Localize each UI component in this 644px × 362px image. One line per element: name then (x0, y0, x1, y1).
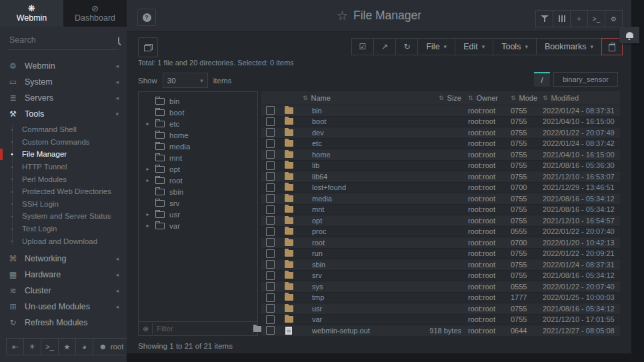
file-name[interactable]: opt (299, 217, 403, 225)
table-row-lib[interactable]: libroot:root07552021/08/16 - 05:36:30 (261, 161, 620, 172)
file-name[interactable]: var (299, 315, 403, 323)
file-name[interactable]: webmin-setup.out (299, 327, 403, 335)
sort-icon[interactable]: ⇅ (303, 95, 308, 101)
row-checkbox[interactable] (266, 106, 275, 115)
breadcrumb-current[interactable]: binary_sensor (553, 72, 618, 87)
file-name[interactable]: root (299, 239, 403, 247)
sidebar-item-http-tunnel[interactable]: ◦HTTP Tunnel (0, 161, 127, 173)
file-name[interactable]: srv (299, 271, 403, 279)
file-name[interactable]: bin (299, 107, 403, 115)
row-checkbox[interactable] (266, 150, 275, 159)
file-name[interactable]: sys (299, 283, 403, 291)
file-name[interactable]: etc (299, 139, 403, 147)
file-name[interactable]: lost+found (299, 183, 403, 191)
table-row-media[interactable]: mediaroot:root07552021/08/16 - 05:34:12 (261, 193, 620, 205)
row-checkbox[interactable] (266, 216, 275, 225)
row-checkbox[interactable] (266, 304, 275, 313)
row-checkbox[interactable] (266, 315, 275, 324)
table-row-lib64[interactable]: lib64root:root07552021/12/10 - 16:53:07 (261, 171, 620, 183)
table-row-var[interactable]: varroot:root07552021/12/10 - 17:01:55 (261, 315, 620, 326)
file-name[interactable]: sbin (299, 261, 403, 269)
tree-filter-input[interactable] (152, 323, 253, 334)
tree-expand-icon[interactable]: ▸ (145, 211, 151, 217)
row-checkbox[interactable] (266, 227, 275, 236)
tree-item-boot[interactable]: boot (139, 107, 257, 118)
file-name[interactable]: dev (299, 129, 403, 137)
row-checkbox[interactable] (266, 238, 275, 247)
sidebar-item-system-and-server-status[interactable]: ◦System and Server Status (0, 210, 127, 223)
tree-expand-icon[interactable]: ▸ (145, 177, 151, 183)
open-in-new-button[interactable]: ↗ (373, 38, 396, 55)
row-checkbox[interactable] (266, 161, 275, 170)
tree-item-bin[interactable]: bin (139, 95, 257, 107)
file-name[interactable]: lib64 (299, 173, 403, 181)
sidebar-item-system[interactable]: ▭System◂ (0, 74, 127, 90)
table-row-etc[interactable]: etcroot:root07552022/01/24 - 08:37:42 (261, 139, 620, 150)
file-name[interactable]: home (299, 151, 403, 159)
sidebar-item-protected-web-directories[interactable]: ◦Protected Web Directories (0, 185, 127, 198)
file-name[interactable]: usr (299, 305, 403, 313)
menu-edit[interactable]: Edit▾ (455, 38, 493, 55)
notifications-tab[interactable] (619, 27, 639, 43)
row-checkbox[interactable] (266, 282, 275, 291)
table-row-root[interactable]: rootroot:root07002022/01/20 - 10:42:13 (261, 237, 620, 249)
file-name[interactable]: tmp (299, 293, 403, 301)
sidebar-item-custom-commands[interactable]: ◦Custom Commands (0, 136, 127, 149)
sidebar-item-un-used-modules[interactable]: ⊞Un-used Modules◂ (0, 299, 127, 315)
toggle-theme-button[interactable]: ☀ (23, 338, 41, 355)
menu-bookmarks[interactable]: Bookmarks▾ (536, 38, 602, 55)
sort-icon[interactable]: ⇅ (468, 95, 473, 101)
table-row-home[interactable]: homeroot:root07552021/04/10 - 16:15:00 (261, 149, 620, 161)
table-row-proc[interactable]: procroot:root05552022/01/22 - 20:07:40 (261, 227, 620, 238)
file-name[interactable]: lib (299, 161, 403, 169)
sidebar-item-text-login[interactable]: ◦Text Login (0, 223, 127, 235)
page-size-select[interactable]: 30 ▾ (163, 73, 208, 88)
tree-item-srv[interactable]: srv (139, 197, 257, 209)
add-button[interactable]: + (570, 10, 588, 27)
row-checkbox[interactable] (266, 326, 275, 335)
row-checkbox[interactable] (266, 139, 275, 148)
favorites-button[interactable]: ★ (58, 338, 76, 355)
table-row-dev[interactable]: devroot:root07552022/01/22 - 20:07:49 (261, 127, 620, 139)
sidebar-item-upload-and-download[interactable]: ◦Upload and Download (0, 235, 127, 247)
open-shell-button[interactable]: >_ (41, 338, 59, 355)
sidebar-item-hardware[interactable]: ▦Hardware◂ (0, 267, 127, 283)
row-checkbox[interactable] (266, 205, 275, 214)
sidebar-item-refresh-modules[interactable]: ↻Refresh Modules (0, 315, 127, 331)
sidebar-item-networking[interactable]: ⌘Networking◂ (0, 251, 127, 267)
sort-icon[interactable]: ⇅ (511, 95, 516, 101)
menu-tools[interactable]: Tools▾ (493, 38, 537, 55)
columns-button[interactable] (553, 10, 571, 27)
tree-expand-icon[interactable]: ▸ (145, 121, 151, 127)
table-row-sbin[interactable]: sbinroot:root07552022/01/24 - 08:37:31 (261, 259, 620, 271)
sort-icon[interactable]: ⇅ (543, 95, 548, 101)
sidebar-item-perl-modules[interactable]: ◦Perl Modules (0, 173, 127, 185)
search-icon[interactable] (118, 37, 119, 43)
row-checkbox[interactable] (266, 172, 275, 181)
sidebar-item-servers[interactable]: ≣Servers◂ (0, 90, 127, 106)
table-row-lost-found[interactable]: lost+foundroot:root07002021/12/29 - 13:4… (261, 183, 620, 194)
search-input[interactable] (8, 35, 118, 45)
row-checkbox[interactable] (266, 117, 275, 126)
refresh-button[interactable]: ↻ (395, 38, 418, 55)
table-row-usr[interactable]: usrroot:root07552021/08/16 - 05:34:12 (261, 303, 620, 315)
table-row-sys[interactable]: sysroot:root05552022/01/22 - 20:07:40 (261, 281, 620, 293)
row-checkbox[interactable] (266, 271, 275, 280)
language-button[interactable]: ◕ (75, 338, 93, 355)
collapse-sidebar-button[interactable]: ⇤ (6, 338, 24, 355)
table-row-webmin-setup-out[interactable]: webmin-setup.out918 bytesroot:root064420… (261, 325, 620, 336)
sidebar-item-cluster[interactable]: ≋Cluster◂ (0, 283, 127, 299)
table-row-run[interactable]: runroot:root07552022/01/22 - 20:09:21 (261, 249, 620, 260)
tree-item-root[interactable]: ▸root (139, 175, 257, 186)
tree-item-opt[interactable]: ▸opt (139, 163, 257, 175)
sidebar-item-ssh-login[interactable]: ◦SSH Login (0, 198, 127, 211)
tree-item-usr[interactable]: ▸usr (139, 209, 257, 220)
app-tab-dashboard[interactable]: ⊘Dashboard (63, 0, 127, 27)
user-button[interactable]: ☻root (93, 338, 127, 355)
tree-item-mnt[interactable]: mnt (139, 152, 257, 163)
clear-filter-icon[interactable]: ⊗ (143, 325, 149, 333)
menu-file[interactable]: File▾ (417, 38, 455, 55)
table-row-bin[interactable]: binroot:root07552022/01/24 - 08:37:31 (261, 105, 620, 117)
row-checkbox[interactable] (266, 128, 275, 137)
sidebar-item-command-shell[interactable]: ◦Command Shell (0, 123, 127, 136)
